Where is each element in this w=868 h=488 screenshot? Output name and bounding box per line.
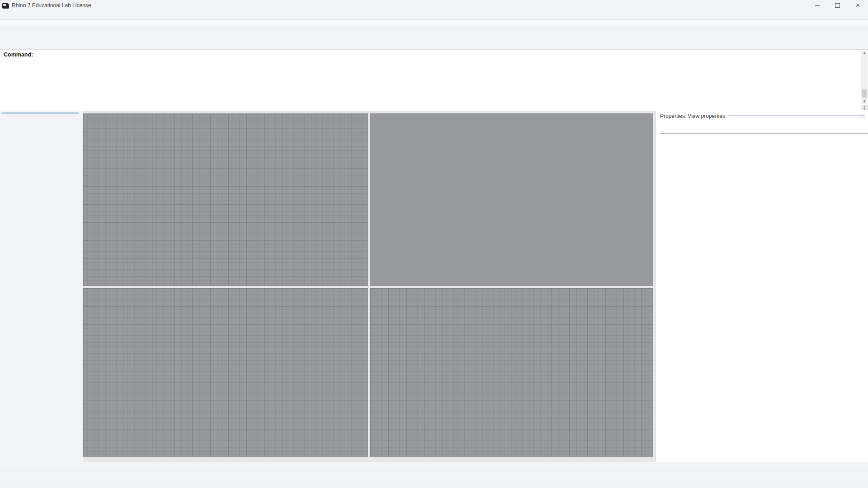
- viewport-top[interactable]: [83, 113, 368, 286]
- command-prompt[interactable]: Command:: [4, 52, 859, 58]
- command-history[interactable]: Command: ▲ ▼ ▴▾: [0, 50, 868, 111]
- panel-tabs: [660, 120, 868, 134]
- scroll-thumb[interactable]: [862, 89, 867, 98]
- window-title: Rhino 7 Educational Lab License: [12, 2, 91, 9]
- title-bar: Rhino 7 Educational Lab License: [0, 0, 868, 11]
- panel-subtabs: [660, 134, 868, 137]
- scroll-down-icon[interactable]: ▼: [863, 99, 866, 104]
- properties-panel: Properties: View properties: [655, 111, 868, 462]
- command-resize-spinner[interactable]: ▴▾: [861, 105, 868, 110]
- toolbar-gap: [0, 43, 868, 50]
- rhino-logo-icon: [2, 3, 9, 9]
- scroll-up-icon[interactable]: ▲: [863, 51, 866, 56]
- toolbar-tab-bar: [0, 19, 868, 30]
- main-toolbar-palette: [0, 111, 83, 462]
- command-scrollbar[interactable]: ▲ ▼: [861, 51, 868, 104]
- viewport-area: [83, 111, 655, 462]
- panel-gear-icon[interactable]: [861, 114, 865, 121]
- minimize-button[interactable]: [807, 0, 827, 11]
- maximize-button[interactable]: [827, 0, 848, 11]
- panel-header: Properties: View properties: [660, 113, 868, 119]
- menu-bar: [0, 11, 868, 19]
- osnap-bar: [0, 470, 868, 480]
- viewport-front[interactable]: [83, 288, 368, 457]
- viewport-tab-bar: [0, 462, 868, 470]
- palette-grip[interactable]: [2, 112, 78, 114]
- viewport-right[interactable]: [370, 288, 653, 457]
- close-button[interactable]: [848, 0, 868, 11]
- status-bar: [0, 480, 868, 488]
- cplanes-toolbar: [0, 30, 868, 43]
- viewport-perspective[interactable]: [370, 113, 653, 286]
